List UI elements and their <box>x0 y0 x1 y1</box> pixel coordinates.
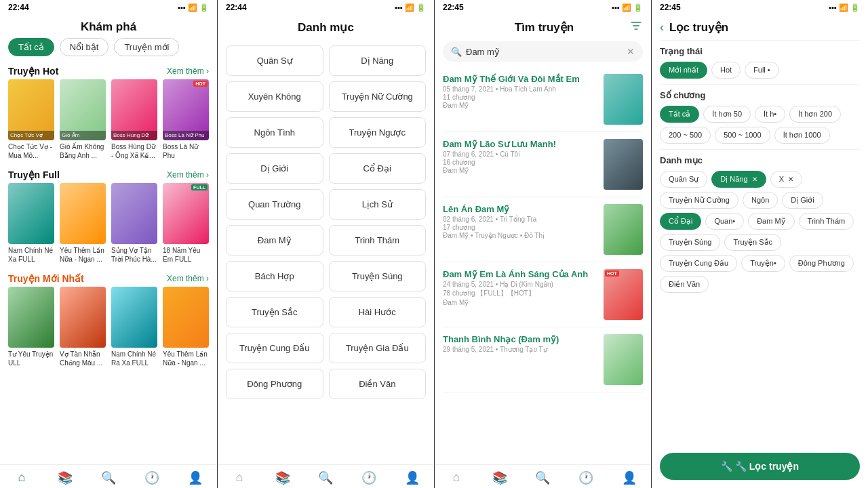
category-hai-huoc[interactable]: Hài Hước <box>329 297 427 327</box>
category-truyen-nu-cuong[interactable]: Truyện Nữ Cường <box>329 81 427 112</box>
chip-quan-su[interactable]: Quân Sự <box>660 171 707 188</box>
list-item[interactable]: HOT Boss Là Nữ Phu Boss Là Nữ Phu <box>163 79 209 160</box>
chip-dam-my[interactable]: Đam Mỹ <box>748 213 794 230</box>
book-cover <box>8 287 54 348</box>
chip-200-500[interactable]: 200 ~ 500 <box>660 127 711 144</box>
chip-di-nang-close[interactable]: ✕ <box>752 176 757 183</box>
nav-search-3[interactable]: 🔍 <box>521 470 565 485</box>
category-quan-truong[interactable]: Quan Trường <box>226 189 323 220</box>
nav-search-2[interactable]: 🔍 <box>304 470 348 485</box>
nav-home-2[interactable]: ⌂ <box>218 470 261 485</box>
chip-hot[interactable]: Hot <box>711 62 741 79</box>
chip-truyen-dot[interactable]: Truyện• <box>741 255 785 272</box>
tab-noibat[interactable]: Nổi bật <box>60 38 109 56</box>
table-row[interactable]: Đam Mỹ Thế Giới Và Đôi Mắt Em 05 tháng 7… <box>443 67 643 132</box>
nav-history-1[interactable]: 🕐 <box>130 470 174 485</box>
list-item[interactable]: Chọc Tức Vợ Chọc Tức Vợ - Mua Mô... <box>8 79 54 160</box>
story-chapters: 17 chương <box>443 224 597 231</box>
full-more[interactable]: Xem thêm › <box>167 170 209 180</box>
nav-profile-2[interactable]: 👤 <box>391 470 434 485</box>
list-item[interactable]: Nam Chính Né Xa FULL <box>8 183 54 264</box>
nav-search-1[interactable]: 🔍 <box>87 470 130 485</box>
chip-x-close[interactable]: X ✕ <box>770 171 802 188</box>
table-row[interactable]: Đam Mỹ Lão Sư Lưu Manh! 07 tháng 6, 2021… <box>443 132 643 197</box>
newest-more[interactable]: Xem thêm › <box>167 274 209 283</box>
chip-full[interactable]: Full • <box>745 62 779 79</box>
chip-di-gioi[interactable]: Dị Giới <box>782 192 823 209</box>
back-button[interactable]: ‹ <box>660 20 664 35</box>
category-di-nang[interactable]: Dị Năng <box>329 45 427 76</box>
book-title: Nam Chính Né Ra Xa FULL <box>111 350 157 367</box>
nav-profile-1[interactable]: 👤 <box>174 470 217 485</box>
list-item[interactable]: Boss Hùng Dữ Boss Hùng Dữ - Ông Xã Kết .… <box>111 79 157 160</box>
chip-dong-phuong[interactable]: Đông Phương <box>789 255 854 272</box>
nav-home-3[interactable]: ⌂ <box>435 470 478 485</box>
chip-truyen-sung[interactable]: Truyện Súng <box>660 234 720 251</box>
category-bach-hop[interactable]: Bách Hợp <box>226 261 323 291</box>
chip-truyen-sac[interactable]: Truyện Sắc <box>724 234 781 251</box>
category-ngon-tinh[interactable]: Ngôn Tình <box>226 117 323 148</box>
category-lich-su[interactable]: Lịch Sử <box>329 189 427 220</box>
table-row[interactable]: Thanh Bình Nhạc (Đam mỹ) 29 tháng 5, 202… <box>443 327 643 392</box>
list-item[interactable]: FULL 18 Năm Yêu Em FULL <box>163 183 209 264</box>
category-truyen-nguoc[interactable]: Truyện Ngược <box>329 117 427 148</box>
chip-truyen-cung-dau[interactable]: Truyện Cung Đấu <box>660 255 737 272</box>
chip-tatca-chapters[interactable]: Tất cả <box>660 106 699 123</box>
category-truyen-gia-dau[interactable]: Truyện Gia Đấu <box>329 333 427 363</box>
list-item[interactable]: Nam Chính Né Ra Xa FULL <box>111 287 157 367</box>
nav-home-1[interactable]: ⌂ <box>0 470 43 485</box>
chip-co-dai[interactable]: Cổ Đại <box>660 213 701 230</box>
list-item[interactable]: Tư Yêu Truyện ULL <box>8 287 54 367</box>
chip-moi-nhat[interactable]: Mới nhất <box>660 62 707 79</box>
category-di-gioi[interactable]: Dị Giới <box>226 153 323 184</box>
table-row[interactable]: Đam Mỹ Em Là Ánh Sáng Của Anh 24 tháng 5… <box>443 262 643 327</box>
chip-it-hon-50[interactable]: Ít hơn 50 <box>703 106 751 123</box>
chip-it-h[interactable]: Ít h• <box>755 106 785 123</box>
chip-quan[interactable]: Quan• <box>705 213 744 230</box>
category-truyen-sung[interactable]: Truyện Súng <box>329 261 427 291</box>
chip-di-nang[interactable]: Dị Năng ✕ <box>711 171 766 188</box>
newest-book-scroll: Tư Yêu Truyện ULL Vợ Tàn Nhẫn Chồng Máu … <box>0 287 217 373</box>
list-item[interactable]: Vợ Tàn Nhẫn Chồng Máu ... <box>60 287 106 367</box>
svg-rect-2 <box>635 28 638 30</box>
search-input-row[interactable]: 🔍 Đam mỹ ✕ <box>443 41 643 62</box>
nav-library-3[interactable]: 📚 <box>478 470 521 485</box>
signal-icon-1: ▪▪▪ <box>178 3 186 12</box>
story-info: Đam Mỹ Lão Sư Lưu Manh! 07 tháng 6, 2021… <box>443 139 597 174</box>
nav-profile-3[interactable]: 👤 <box>608 470 651 485</box>
category-dam-my[interactable]: Đam Mỹ <box>226 225 323 256</box>
list-item[interactable]: Yêu Thêm Lần Nữa - Ngan ... <box>60 183 106 264</box>
tab-truyenmoi[interactable]: Truyện mới <box>114 38 179 56</box>
chip-500-1000[interactable]: 500 ~ 1000 <box>715 127 770 144</box>
category-xuyen-khong[interactable]: Xuyên Không <box>226 81 323 112</box>
list-item[interactable]: Gió Ấm Gió Ấm Không Bằng Anh ... <box>60 79 106 160</box>
chip-truyen-nu-cuong[interactable]: Truyện Nữ Cường <box>660 192 738 209</box>
category-dong-phuong[interactable]: Đông Phương <box>226 369 323 399</box>
hot-more[interactable]: Xem thêm › <box>167 66 209 76</box>
category-trinh-tham[interactable]: Trinh Thám <box>329 225 427 256</box>
nav-history-3[interactable]: 🕐 <box>564 470 608 485</box>
library-icon-2: 📚 <box>275 470 290 485</box>
nav-history-2[interactable]: 🕐 <box>347 470 391 485</box>
table-row[interactable]: Lên Án Đam Mỹ 02 tháng 6, 2021 • Tri Tổn… <box>443 197 643 262</box>
chip-trinh-tham[interactable]: Trinh Thám <box>799 213 854 230</box>
category-quan-su[interactable]: Quân Sự <box>226 45 323 76</box>
chip-dien-van[interactable]: Điền Văn <box>660 276 709 293</box>
category-truyen-sac[interactable]: Truyện Sắc <box>226 297 323 327</box>
chip-x-close-icon[interactable]: ✕ <box>788 176 793 183</box>
tab-all[interactable]: Tất cả <box>8 38 54 56</box>
filter-icon[interactable] <box>629 19 643 36</box>
search-clear-icon[interactable]: ✕ <box>627 46 635 57</box>
category-truyen-cung-dau[interactable]: Truyện Cung Đấu <box>226 333 323 363</box>
chip-it-hon-200[interactable]: Ít hơn 200 <box>789 106 841 123</box>
filter-apply-button[interactable]: 🔧 🔧 Lọc truyện <box>660 453 860 480</box>
story-tags: Đam Mỹ <box>443 102 597 109</box>
nav-library-2[interactable]: 📚 <box>261 470 304 485</box>
category-dien-van[interactable]: Điền Văn <box>329 369 427 399</box>
category-co-dai[interactable]: Cổ Đại <box>329 153 427 184</box>
chip-ngon[interactable]: Ngôn <box>743 192 778 209</box>
list-item[interactable]: Sủng Vợ Tận Trời Phúc Hà... <box>111 183 157 264</box>
chip-it-hon-1000[interactable]: Ít hơn 1000 <box>774 127 830 144</box>
nav-library-1[interactable]: 📚 <box>43 470 87 485</box>
list-item[interactable]: Yêu Thêm Lần Nữa - Ngan ... <box>163 287 209 367</box>
